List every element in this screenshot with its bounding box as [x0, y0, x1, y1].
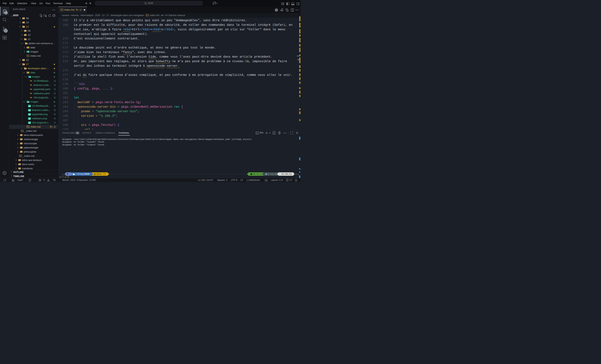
- svg-text:YML: YML: [30, 93, 32, 94]
- svg-text:YML: YML: [30, 97, 32, 98]
- svg-text:YML: YML: [30, 88, 32, 90]
- svg-text:YML: YML: [30, 84, 32, 86]
- svg-text:YML: YML: [30, 80, 32, 82]
